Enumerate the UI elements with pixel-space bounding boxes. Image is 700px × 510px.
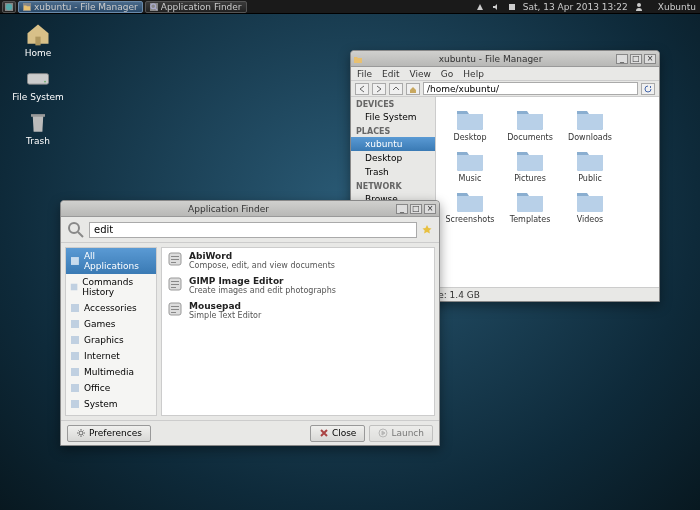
result-desc: Simple Text Editor xyxy=(189,311,261,320)
close-button[interactable]: × xyxy=(644,54,656,64)
folder-icon xyxy=(514,146,546,172)
desktop-icon-home[interactable]: Home xyxy=(8,22,68,58)
folder-item[interactable]: Downloads xyxy=(564,105,616,142)
folder-item[interactable]: Documents xyxy=(504,105,556,142)
svg-rect-12 xyxy=(71,284,78,291)
xubuntu-logo-icon xyxy=(5,3,13,11)
folder-item[interactable]: Desktop xyxy=(444,105,496,142)
nav-home-button[interactable] xyxy=(406,83,420,95)
taskbar-item-app-finder[interactable]: Application Finder xyxy=(145,1,247,13)
file-manager-content[interactable]: DesktopDocumentsDownloadsMusicPicturesPu… xyxy=(436,97,659,287)
maximize-button[interactable]: □ xyxy=(630,54,642,64)
preferences-button[interactable]: Preferences xyxy=(67,425,151,442)
bookmark-icon[interactable] xyxy=(421,224,433,236)
sidebar-head-places: PLACES xyxy=(351,124,435,137)
category-item[interactable]: All Applications xyxy=(66,248,156,274)
app-finder-results: AbiWordCompose, edit, and view documents… xyxy=(161,247,435,416)
trash-icon xyxy=(24,110,52,134)
folder-icon xyxy=(574,146,606,172)
arrow-left-icon xyxy=(358,85,366,93)
sidebar-item-desktop[interactable]: Desktop xyxy=(351,151,435,165)
network-icon[interactable] xyxy=(475,2,485,12)
result-desc: Compose, edit, and view documents xyxy=(189,261,335,270)
category-item[interactable]: Accessories xyxy=(66,300,156,316)
maximize-button[interactable]: □ xyxy=(410,204,422,214)
category-item[interactable]: Internet xyxy=(66,348,156,364)
launch-icon xyxy=(378,428,388,438)
category-item[interactable]: Games xyxy=(66,316,156,332)
session-menu[interactable]: Xubuntu xyxy=(658,2,696,12)
category-item[interactable]: Commands History xyxy=(66,274,156,300)
folder-label: Documents xyxy=(504,133,556,142)
folder-icon xyxy=(514,105,546,131)
menu-help[interactable]: Help xyxy=(463,69,484,79)
folder-item[interactable]: Pictures xyxy=(504,146,556,183)
taskbar-item-file-manager[interactable]: xubuntu - File Manager xyxy=(18,1,143,13)
sidebar-item-trash[interactable]: Trash xyxy=(351,165,435,179)
category-item[interactable]: Office xyxy=(66,380,156,396)
app-finder-titlebar[interactable]: Application Finder _ □ × xyxy=(61,201,439,217)
search-icon xyxy=(150,3,158,11)
svg-rect-27 xyxy=(171,287,176,288)
sidebar-item-xubuntu[interactable]: xubuntu xyxy=(351,137,435,151)
arrow-right-icon xyxy=(375,85,383,93)
close-button[interactable]: × xyxy=(424,204,436,214)
top-panel: xubuntu - File Manager Application Finde… xyxy=(0,0,700,14)
volume-icon[interactable] xyxy=(491,2,501,12)
folder-icon xyxy=(353,54,363,64)
category-label: Graphics xyxy=(84,335,124,345)
apps-menu-button[interactable] xyxy=(2,1,16,13)
category-item[interactable]: Multimedia xyxy=(66,364,156,380)
svg-rect-11 xyxy=(71,257,79,265)
nav-forward-button[interactable] xyxy=(372,83,386,95)
folder-label: Music xyxy=(444,174,496,183)
svg-rect-16 xyxy=(71,352,79,360)
file-manager-titlebar[interactable]: xubuntu - File Manager _ □ × xyxy=(351,51,659,67)
nav-reload-button[interactable] xyxy=(641,83,655,95)
category-icon xyxy=(70,383,80,393)
taskbar-label: xubuntu - File Manager xyxy=(34,2,138,12)
folder-item[interactable]: Videos xyxy=(564,187,616,224)
minimize-button[interactable]: _ xyxy=(616,54,628,64)
user-icon[interactable] xyxy=(634,2,644,12)
file-manager-menubar: File Edit View Go Help xyxy=(351,67,659,81)
desktop-icon-filesystem[interactable]: File System xyxy=(8,66,68,102)
folder-item[interactable]: Music xyxy=(444,146,496,183)
indicator-icon[interactable] xyxy=(507,2,517,12)
path-bar[interactable]: /home/xubuntu/ xyxy=(423,82,638,95)
desktop-icon-trash[interactable]: Trash xyxy=(8,110,68,146)
clock[interactable]: Sat, 13 Apr 2013 13:22 xyxy=(523,2,628,12)
launch-button[interactable]: Launch xyxy=(369,425,433,442)
category-item[interactable]: System xyxy=(66,396,156,412)
svg-rect-8 xyxy=(31,114,45,117)
menu-view[interactable]: View xyxy=(410,69,431,79)
menu-file[interactable]: File xyxy=(357,69,372,79)
nav-back-button[interactable] xyxy=(355,83,369,95)
folder-label: Pictures xyxy=(504,174,556,183)
folder-icon xyxy=(454,187,486,213)
folder-label: Screenshots xyxy=(444,215,496,224)
result-item[interactable]: AbiWordCompose, edit, and view documents xyxy=(162,248,434,273)
result-item[interactable]: MousepadSimple Text Editor xyxy=(162,298,434,323)
menu-go[interactable]: Go xyxy=(441,69,453,79)
svg-rect-21 xyxy=(171,256,179,257)
folder-label: Videos xyxy=(564,215,616,224)
folder-item[interactable]: Templates xyxy=(504,187,556,224)
category-item[interactable]: Graphics xyxy=(66,332,156,348)
menu-edit[interactable]: Edit xyxy=(382,69,399,79)
sidebar-item-filesystem[interactable]: File System xyxy=(351,110,435,124)
home-icon xyxy=(409,85,417,93)
svg-rect-5 xyxy=(28,74,49,85)
close-button[interactable]: Close xyxy=(310,425,366,442)
folder-icon xyxy=(574,187,606,213)
folder-item[interactable]: Screenshots xyxy=(444,187,496,224)
sidebar-head-devices: DEVICES xyxy=(351,97,435,110)
svg-line-2 xyxy=(155,7,157,9)
nav-up-button[interactable] xyxy=(389,83,403,95)
folder-item[interactable]: Public xyxy=(564,146,616,183)
svg-rect-18 xyxy=(71,384,79,392)
search-input[interactable] xyxy=(89,222,417,238)
svg-point-9 xyxy=(69,223,79,233)
minimize-button[interactable]: _ xyxy=(396,204,408,214)
result-item[interactable]: GIMP Image EditorCreate images and edit … xyxy=(162,273,434,298)
